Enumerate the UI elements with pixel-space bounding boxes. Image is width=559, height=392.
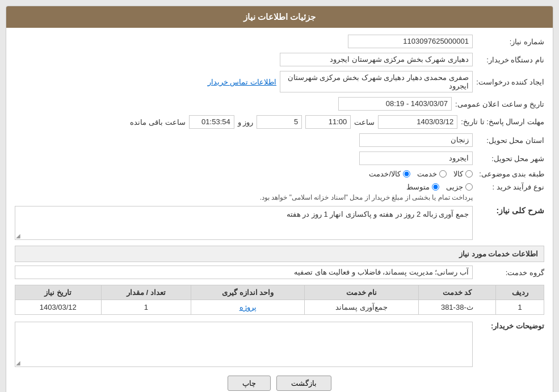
org-name-label: نام دستگاه خریدار: <box>476 56 544 64</box>
category-kala-label: کالا <box>453 170 463 178</box>
province-label: استان محل تحویل: <box>476 136 544 145</box>
announce-label: تاریخ و ساعت اعلان عمومی: <box>455 100 544 108</box>
need-number-value: 1103097625000001 <box>348 35 473 48</box>
col-name: نام خدمت <box>305 285 419 300</box>
purchase-note: پرداخت تمام یا بخشی از مبلغ خریدار از مح… <box>260 193 473 201</box>
category-kala-khedmat-radio[interactable] <box>403 170 410 178</box>
deadline-remaining-label: ساعت باقی مانده <box>130 118 185 127</box>
need-number-label: شماره نیاز: <box>476 37 544 46</box>
service-group-label: گروه خدمت: <box>476 268 544 277</box>
purchase-type-radio-group: جزیی متوسط <box>260 183 473 191</box>
cell-row: 1 <box>496 300 544 315</box>
back-button[interactable]: بازگشت <box>276 376 331 391</box>
purchase-jozi-label: جزیی <box>446 183 463 191</box>
deadline-days: 5 <box>257 115 302 129</box>
deadline-time: 11:00 <box>305 115 351 129</box>
category-kala-khedmat-label: کالا/خدمت <box>369 170 401 178</box>
deadline-label: مهلت ارسال پاسخ: تا تاریخ: <box>461 115 544 128</box>
province-value: زنجان <box>359 133 473 147</box>
col-date: تاریخ نیاز <box>15 285 102 300</box>
col-row: ردیف <box>496 285 544 300</box>
table-row: 1ث-38-381جمع‌آوری پسماندپروژه11403/03/12 <box>15 300 544 315</box>
cell-unit: پروژه <box>191 300 305 315</box>
cell-date: 1403/03/12 <box>15 300 102 315</box>
cell-name: جمع‌آوری پسماند <box>305 300 419 315</box>
contact-link[interactable]: اطلاعات تماس خریدار <box>208 78 276 86</box>
city-label: شهر محل تحویل: <box>476 154 544 163</box>
buyer-notes-box <box>15 322 473 367</box>
category-khedmat-radio[interactable] <box>439 170 447 178</box>
announce-date: 1403/03/07 - 08:19 <box>338 97 452 111</box>
cell-code: ث-38-381 <box>418 300 495 315</box>
print-button[interactable]: چاپ <box>228 376 271 391</box>
unit-link[interactable]: پروژه <box>239 303 257 311</box>
buyer-notes-label: توضیحات خریدار: <box>476 322 544 330</box>
creator-label: ایجاد کننده درخواست: <box>476 78 544 86</box>
city-value: ایجرود <box>359 151 473 165</box>
purchase-jozi-radio[interactable] <box>465 183 473 191</box>
category-label: طبقه بندی موضوعی: <box>476 170 544 178</box>
deadline-time-label: ساعت <box>354 118 375 127</box>
category-kala-radio[interactable] <box>465 170 473 178</box>
resize-handle: ◢ <box>16 233 20 239</box>
services-section-header: اطلاعات خدمات مورد نیاز <box>15 246 544 262</box>
deadline-days-label: روز و <box>238 118 254 127</box>
description-section-label: شرح کلی نیاز: <box>476 206 544 215</box>
col-unit: واحد اندازه گیری <box>191 285 305 300</box>
org-name-value: دهیاری شهرک بخش مرکزی شهرستان ایجرود <box>280 53 473 66</box>
deadline-remaining: 01:53:54 <box>189 115 234 129</box>
purchase-motevaset-radio[interactable] <box>432 183 439 191</box>
service-table: ردیف کد خدمت نام خدمت واحد اندازه گیری ت… <box>15 285 544 315</box>
col-code: کد خدمت <box>418 285 495 300</box>
description-value: جمع آوری زباله 2 روز در هفته و پاکسازی ا… <box>15 206 473 240</box>
purchase-motevaset-label: متوسط <box>406 183 430 191</box>
purchase-type-label: نوع فرآیند خرید : <box>476 183 544 191</box>
deadline-date: 1403/03/12 <box>378 115 457 129</box>
category-radio-group: کالا خدمت کالا/خدمت <box>369 170 473 178</box>
service-group-value: آب رسانی؛ مدیریت پسماند، فاضلاب و فعالیت… <box>15 265 473 279</box>
page-title: جزئیات اطلاعات نیاز <box>6 6 553 28</box>
category-khedmat-label: خدمت <box>417 170 437 178</box>
resize-handle-2: ◢ <box>16 360 20 366</box>
col-count: تعداد / مقدار <box>101 285 191 300</box>
creator-value: صفری محمدی دهیار دهیاری شهرک بخش مرکزی ش… <box>280 71 473 92</box>
cell-count: 1 <box>101 300 191 315</box>
